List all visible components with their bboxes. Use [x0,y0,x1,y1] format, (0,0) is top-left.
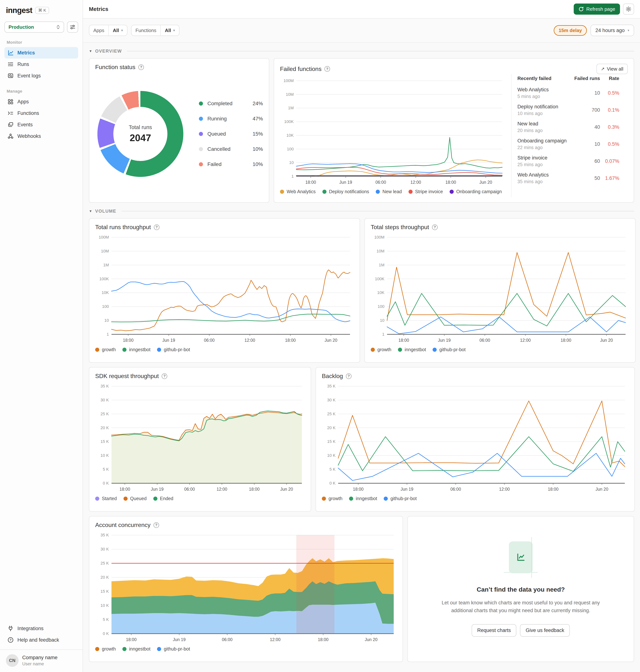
legend-item: Queued15% [199,131,263,137]
env-filter-button[interactable] [67,22,78,33]
legend-item[interactable]: Ended [153,496,173,501]
legend-item[interactable]: New lead [376,189,402,194]
sidebar-item-event-logs[interactable]: Event logs [4,70,78,82]
failed-function-row[interactable]: Deploy notification 10 mins ago 700 0.1% [518,104,619,116]
help-tooltip-icon[interactable]: ? [346,373,351,379]
legend-item[interactable]: inngestbot [122,646,150,652]
svg-text:Jun 19: Jun 19 [173,637,186,642]
legend-label: Queued [130,496,147,501]
help-tooltip-icon[interactable]: ? [138,65,144,70]
sidebar-item-runs[interactable]: Runs [4,59,78,70]
help-tooltip-icon[interactable]: ? [324,66,330,72]
legend-dot [199,117,203,121]
help-tooltip-icon[interactable]: ? [154,225,159,230]
stacked-windows-icon [8,121,14,128]
sidebar-item-help[interactable]: ? Help and feedback [4,634,78,646]
failed-function-row[interactable]: Web Analytics 5 mins ago 10 0.5% [518,87,619,99]
sidebar-item-label: Apps [17,99,29,105]
help-tooltip-icon[interactable]: ? [432,225,438,230]
topbar: Metrics Refresh page [83,0,640,18]
sidebar-item-apps[interactable]: Apps [4,96,78,108]
svg-text:100K: 100K [375,276,384,281]
legend-value: 15% [252,131,263,137]
give-feedback-button[interactable]: Give us feedback [520,624,570,637]
request-charts-button[interactable]: Request charts [472,624,517,637]
time-range-select[interactable]: 24 hours ago ▾ [591,25,634,36]
failed-runs-count: 700 [571,107,600,113]
svg-text:?: ? [10,638,12,642]
failed-function-row[interactable]: Onboarding campaign 22 mins ago 10 0.5% [518,138,619,150]
svg-text:Jun 20: Jun 20 [596,487,608,491]
function-status-legend: Completed24%Running47%Queued15%Cancelled… [199,101,263,167]
logo-row: inngest ⌘ K [4,5,78,16]
legend-label: New lead [382,189,402,194]
app-window: inngest ⌘ K Production Monitor Metrics R… [0,0,640,672]
legend-item[interactable]: Onboarding campaign [450,189,502,194]
legend-item[interactable]: inngestbot [398,347,426,352]
sidebar-item-webhooks[interactable]: Webhooks [4,130,78,142]
legend-item[interactable]: growth [371,347,391,352]
legend-label: Started [102,496,117,501]
legend-item[interactable]: Started [95,496,117,501]
legend-item[interactable]: Queued [123,496,147,501]
svg-text:06:00: 06:00 [184,487,195,491]
legend-item[interactable]: growth [95,347,116,352]
page-title: Metrics [89,6,108,12]
total-steps-chart: 11010010K100K1M10M100M18:00Jun 1906:0012… [371,233,629,344]
legend-label: Cancelled [207,146,231,152]
sidebar-item-events[interactable]: Events [4,119,78,130]
svg-text:35 K: 35 K [101,384,109,388]
col-recently-failed: Recently failed [518,75,552,81]
legend-item[interactable]: Web Analytics [280,189,316,194]
legend-item[interactable]: github-pr-bot [157,646,190,652]
legend-label: Running [207,116,227,122]
time-range-value: 24 hours ago [595,28,625,33]
sidebar-item-integrations[interactable]: Integrations [4,623,78,634]
svg-text:15 K: 15 K [327,439,336,444]
svg-text:20 K: 20 K [101,426,109,430]
svg-text:30 K: 30 K [101,547,109,552]
svg-text:1: 1 [382,332,384,337]
svg-text:1M: 1M [379,263,384,267]
svg-text:100K: 100K [284,119,294,124]
legend-item[interactable]: github-pr-bot [157,347,190,352]
total-runs-throughput-card: Total runs throughput ? 11010010K100K1M1… [89,218,360,363]
legend-dot [280,190,284,194]
legend-item[interactable]: inngestbot [349,496,377,501]
legend-item[interactable]: growth [95,646,116,652]
failed-function-row[interactable]: New lead 20 mins ago 40 0.3% [518,121,619,133]
failed-function-row[interactable]: Web Analytics 35 mins ago 50 1.67% [518,172,619,184]
failure-rate: 0.5% [600,141,619,147]
functions-filter[interactable]: Functions All▾ [131,25,179,36]
environment-select[interactable]: Production [4,22,64,33]
view-all-button[interactable]: ↗ View all [596,64,628,74]
svg-text:10: 10 [104,318,109,323]
legend-item[interactable]: github-pr-bot [433,347,466,352]
legend-dot [450,190,454,194]
legend-dot [408,190,412,194]
refresh-page-button[interactable]: Refresh page [574,3,620,15]
sidebar-item-metrics[interactable]: Metrics [4,47,78,59]
sidebar-item-functions[interactable]: Functions [4,108,78,119]
settings-button[interactable] [623,3,634,15]
legend-dot [398,348,402,352]
volume-section-header[interactable]: ▼ VOLUME [89,209,634,214]
legend-item[interactable]: github-pr-bot [384,496,417,501]
legend-item[interactable]: inngestbot [122,347,150,352]
help-tooltip-icon[interactable]: ? [154,522,159,528]
card-title: Total runs throughput [95,224,151,231]
view-all-label: View all [607,66,623,72]
legend-item[interactable]: growth [322,496,343,501]
legend-item[interactable]: Stripe invoice [408,189,443,194]
help-tooltip-icon[interactable]: ? [162,373,167,379]
failed-function-row[interactable]: Stripe invoice 25 mins ago 60 0.07% [518,155,619,167]
total-steps-throughput-card: Total steps throughput ? 11010010K100K1M… [364,218,636,363]
overview-section-header[interactable]: ▼ OVERVIEW [89,48,634,54]
command-k-shortcut[interactable]: ⌘ K [35,7,49,14]
apps-filter[interactable]: Apps All▾ [89,25,127,36]
legend-label: Onboarding campaign [456,189,502,194]
section-title: OVERVIEW [95,48,122,54]
legend-item[interactable]: Deploy notifications [322,189,369,194]
account-menu[interactable]: CN Company name User name [4,650,78,672]
function-status-donut: Total runs 2047 [98,91,183,177]
